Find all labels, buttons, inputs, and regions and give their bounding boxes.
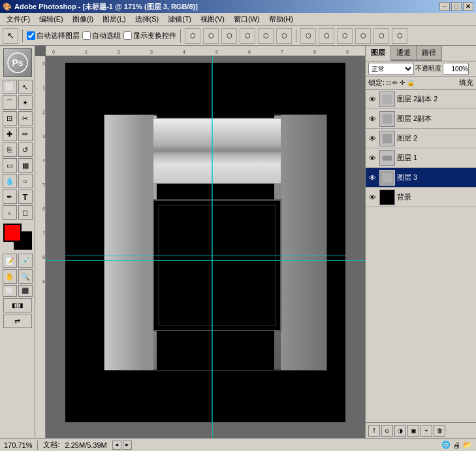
lock-image-icon[interactable]: ✏: [392, 79, 398, 86]
menu-layer[interactable]: 图层(L): [99, 13, 129, 25]
ruler-tick: 2: [118, 50, 120, 54]
maximize-button[interactable]: □: [451, 2, 462, 11]
align-right-button[interactable]: ⬡: [221, 28, 237, 44]
layer-visibility-0[interactable]: 👁: [367, 94, 377, 105]
layer-name-3: 图层 1: [397, 153, 417, 163]
magic-wand-tool[interactable]: ✦: [18, 95, 33, 110]
dodge-tool[interactable]: ○: [18, 174, 33, 188]
opacity-input[interactable]: [443, 63, 469, 75]
layers-list[interactable]: 👁 图层 2副本 2 👁 图层 2副本: [366, 90, 476, 422]
layer-visibility-2[interactable]: 👁: [367, 133, 377, 144]
move-tool[interactable]: ↖: [18, 80, 33, 94]
tab-paths[interactable]: 路径: [417, 46, 442, 61]
distribute-2-button[interactable]: ⬡: [319, 28, 334, 44]
canvas-area[interactable]: 0 1 2 3 4 5 6 7 8 9 0 1 2 3 4 5 6 7 8 9: [35, 46, 365, 438]
layer-name-1: 图层 2副本: [397, 114, 432, 124]
layer-style-button[interactable]: f: [368, 425, 380, 437]
auto-select-layer-checkbox[interactable]: 自动选择图层: [27, 31, 80, 41]
quick-mask-btn[interactable]: ◧◨: [3, 298, 32, 312]
full-mode[interactable]: ⬛: [18, 285, 33, 297]
auto-select-group-checkbox[interactable]: 自动选组: [82, 31, 121, 41]
layer-visibility-4[interactable]: 👁: [367, 173, 377, 183]
ruler-mark: 8: [42, 255, 45, 259]
align-middle-button[interactable]: ⬡: [258, 28, 274, 44]
nav-prev-button[interactable]: ◄: [112, 441, 121, 450]
distribute-3-button[interactable]: ⬡: [337, 28, 353, 44]
slice-tool[interactable]: ✂: [18, 111, 33, 125]
layer-visibility-3[interactable]: 👁: [367, 153, 377, 163]
menu-image[interactable]: 图像(I): [69, 13, 97, 25]
blend-mode-select[interactable]: 正常: [368, 63, 414, 75]
move-tool-button[interactable]: ↖: [3, 28, 18, 44]
layer-item-5[interactable]: 👁 背景: [366, 188, 476, 207]
align-top-button[interactable]: ⬡: [240, 28, 255, 44]
gradient-tool[interactable]: ▦: [18, 158, 33, 173]
layer-item-1[interactable]: 👁 图层 2副本: [366, 109, 476, 129]
eraser-tool[interactable]: ▭: [3, 158, 17, 173]
new-layer-button[interactable]: +: [420, 425, 432, 437]
status-icon-3: 📂: [463, 441, 472, 449]
tool-row-8: ✒ T: [3, 190, 33, 204]
notes-tool[interactable]: 📝: [3, 254, 17, 268]
layer-item-2[interactable]: 👁 图层 2: [366, 129, 476, 148]
lasso-tool[interactable]: ⌒: [3, 95, 17, 110]
crop-tool[interactable]: ⊡: [3, 111, 17, 125]
delete-layer-button[interactable]: 🗑: [434, 425, 445, 437]
align-center-button[interactable]: ⬡: [203, 28, 219, 44]
menu-filter[interactable]: 滤镜(T): [164, 13, 195, 25]
adjustment-layer-button[interactable]: ◑: [394, 425, 406, 437]
menu-file[interactable]: 文件(F): [3, 13, 34, 25]
layer-item-4[interactable]: 👁 图层 3: [366, 168, 476, 188]
ruler-tick: 3: [150, 50, 153, 54]
distribute-1-button[interactable]: ⬡: [300, 28, 316, 44]
layer-item-3[interactable]: 👁 图层 1: [366, 148, 476, 168]
ruler-left: 0 1 2 3 4 5 6 7 8 9: [35, 56, 46, 438]
distribute-5-button[interactable]: ⬡: [373, 28, 389, 44]
minimize-button[interactable]: ─: [439, 2, 450, 11]
layer-item-0[interactable]: 👁 图层 2副本 2: [366, 90, 476, 109]
healing-tool[interactable]: ✚: [3, 127, 17, 141]
menu-edit[interactable]: 编辑(E): [35, 13, 67, 25]
layer-thumb-2: [379, 131, 395, 146]
lock-transparent-icon[interactable]: □: [387, 79, 390, 86]
tool-row-5: ⎘ ↺: [3, 142, 33, 157]
lock-all-icon[interactable]: 🔒: [407, 79, 415, 86]
path-select-tool[interactable]: ⬦: [3, 205, 17, 220]
show-transform-checkbox[interactable]: 显示变换控件: [123, 31, 176, 41]
blur-tool[interactable]: 💧: [3, 174, 17, 188]
align-left-button[interactable]: ⬡: [185, 28, 200, 44]
layer-name-4: 图层 3: [397, 173, 417, 182]
window-title: Adobe Photoshop - [未标题-1 @ 171% (图层 3, R…: [14, 2, 198, 12]
distribute-4-button[interactable]: ⬡: [355, 28, 371, 44]
menu-select[interactable]: 选择(S): [131, 13, 163, 25]
hand-tool[interactable]: ✋: [3, 269, 17, 284]
pen-tool[interactable]: ✒: [3, 190, 17, 204]
zoom-tool[interactable]: 🔍: [18, 269, 33, 284]
shape-tool[interactable]: ◻: [18, 205, 33, 220]
foreground-color-swatch[interactable]: [3, 224, 22, 242]
align-bottom-button[interactable]: ⬡: [276, 28, 292, 44]
menu-view[interactable]: 视图(V): [197, 13, 229, 25]
layer-visibility-1[interactable]: 👁: [367, 114, 377, 124]
tab-channels[interactable]: 通道: [391, 46, 417, 61]
layer-mask-button[interactable]: ⊙: [381, 425, 393, 437]
lock-position-icon[interactable]: ✛: [400, 79, 405, 86]
eyedropper-tool[interactable]: 💉: [18, 254, 33, 268]
history-tool[interactable]: ↺: [18, 142, 33, 157]
menu-help[interactable]: 帮助(H): [265, 13, 297, 25]
menu-window[interactable]: 窗口(W): [230, 13, 264, 25]
distribute-6-button[interactable]: ⬡: [392, 28, 407, 44]
opacity-label: 不透明度: [415, 64, 441, 73]
marquee-tool[interactable]: ⬜: [3, 80, 17, 94]
brush-tool[interactable]: ✏: [18, 127, 33, 141]
tab-layers[interactable]: 图层: [366, 46, 391, 61]
group-layers-button[interactable]: ▣: [407, 425, 419, 437]
ruler-top: 0 1 2 3 4 5 6 7 8 9: [46, 46, 365, 56]
close-button[interactable]: ✕: [463, 2, 473, 11]
clone-tool[interactable]: ⎘: [3, 142, 17, 157]
layer-visibility-5[interactable]: 👁: [367, 192, 377, 203]
nav-next-button[interactable]: ►: [123, 441, 132, 450]
standard-mode[interactable]: ⬜: [3, 285, 17, 297]
jump-to-btn[interactable]: ⇌: [3, 314, 32, 328]
text-tool[interactable]: T: [18, 190, 33, 204]
